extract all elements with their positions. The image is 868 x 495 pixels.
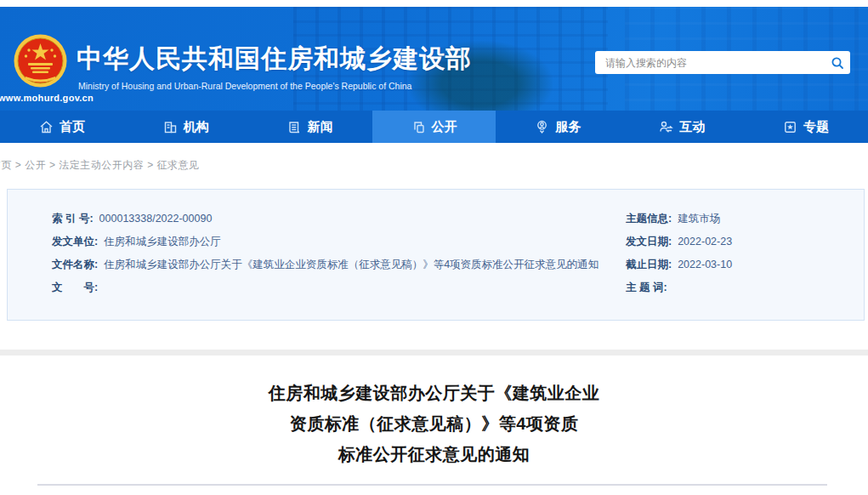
info-row-issuing-unit: 发文单位:住房和城乡建设部办公厅 bbox=[52, 230, 603, 253]
article-title-line2: 资质标准（征求意见稿）》等4项资质 bbox=[0, 408, 868, 439]
document-info-panel: 索 引 号:000013338/2022-00090 发文单位:住房和城乡建设部… bbox=[7, 189, 865, 321]
nav-item-news[interactable]: 新闻 bbox=[248, 111, 372, 143]
search-button[interactable] bbox=[825, 51, 850, 74]
article-title-divider bbox=[37, 484, 827, 486]
breadcrumb[interactable]: 首页 > 公开 > 法定主动公开内容 > 征求意见 bbox=[0, 158, 200, 173]
info-row-keywords: 主 题 词: bbox=[626, 276, 864, 299]
info-row-document-number: 文 号: bbox=[52, 276, 603, 299]
topic-icon bbox=[783, 120, 797, 134]
info-column-left: 索 引 号:000013338/2022-00090 发文单位:住房和城乡建设部… bbox=[52, 208, 603, 320]
info-label: 发文单位: bbox=[52, 236, 98, 248]
info-column-right: 主题信息:建筑市场 发文日期:2022-02-23 截止日期:2022-03-1… bbox=[603, 208, 864, 320]
nav-item-disclosure[interactable]: 公开 bbox=[372, 111, 496, 143]
service-icon bbox=[535, 120, 549, 134]
info-label: 文件名称: bbox=[52, 259, 98, 270]
info-label: 文 号: bbox=[52, 282, 98, 293]
article-title: 住房和城乡建设部办公厅关于《建筑业企业 资质标准（征求意见稿）》等4项资质 标准… bbox=[0, 378, 868, 469]
nav-label: 专题 bbox=[803, 119, 829, 135]
info-row-subject-info: 主题信息:建筑市场 bbox=[626, 208, 864, 230]
info-label: 主题信息: bbox=[626, 213, 672, 225]
info-label: 发文日期: bbox=[626, 236, 672, 248]
article-title-line3: 标准公开征求意见的通知 bbox=[0, 439, 868, 469]
search-icon bbox=[831, 56, 844, 70]
disclosure-icon bbox=[411, 120, 426, 134]
info-value: 住房和城乡建设部办公厅关于《建筑业企业资质标准（征求意见稿）》等4项资质标准公开… bbox=[104, 259, 599, 270]
info-value: 000013338/2022-00090 bbox=[99, 213, 213, 225]
info-row-issue-date: 发文日期:2022-02-23 bbox=[626, 230, 864, 253]
info-row-deadline-date: 截止日期:2022-03-10 bbox=[626, 253, 864, 276]
info-row-document-name: 文件名称:住房和城乡建设部办公厅关于《建筑业企业资质标准（征求意见稿）》等4项资… bbox=[52, 253, 603, 276]
mohurd-gov-page: www.mohurd.gov.cn 中华人民共和国住房和城乡建设部 Minist… bbox=[0, 0, 868, 495]
info-label: 截止日期: bbox=[626, 259, 672, 270]
nav-label: 公开 bbox=[432, 119, 457, 135]
nav-label: 新闻 bbox=[308, 119, 333, 135]
article-title-line1: 住房和城乡建设部办公厅关于《建筑业企业 bbox=[0, 378, 868, 408]
organization-icon bbox=[163, 120, 178, 134]
nav-label: 首页 bbox=[60, 119, 85, 135]
nav-label: 服务 bbox=[555, 119, 581, 135]
info-label: 主 题 词: bbox=[626, 282, 667, 293]
nav-item-organization[interactable]: 机构 bbox=[124, 111, 248, 143]
main-nav: 首页 机构 新闻 公开 bbox=[0, 111, 868, 143]
site-search bbox=[595, 51, 850, 74]
site-header: www.mohurd.gov.cn 中华人民共和国住房和城乡建设部 Minist… bbox=[0, 7, 868, 111]
nav-item-topics[interactable]: 专题 bbox=[744, 111, 868, 143]
news-icon bbox=[287, 120, 302, 134]
info-value: 建筑市场 bbox=[678, 213, 720, 225]
info-value: 2022-03-10 bbox=[678, 259, 732, 270]
info-row-index-number: 索 引 号:000013338/2022-00090 bbox=[52, 208, 603, 230]
nav-label: 互动 bbox=[679, 119, 705, 135]
nav-item-interaction[interactable]: 互动 bbox=[620, 111, 744, 143]
national-emblem-logo bbox=[14, 34, 67, 88]
site-title: 中华人民共和国住房和城乡建设部 bbox=[77, 42, 472, 77]
search-input[interactable] bbox=[595, 57, 825, 69]
nav-label: 机构 bbox=[184, 119, 209, 135]
interaction-icon bbox=[659, 120, 673, 134]
info-label: 索 引 号: bbox=[52, 213, 94, 225]
info-value: 2022-02-23 bbox=[678, 236, 732, 248]
nav-item-home[interactable]: 首页 bbox=[0, 111, 124, 143]
home-icon bbox=[39, 120, 54, 134]
section-divider-band bbox=[0, 350, 868, 356]
site-subtitle-english: Ministry of Housing and Urban-Rural Deve… bbox=[78, 81, 411, 91]
site-url: www.mohurd.gov.cn bbox=[0, 93, 94, 103]
nav-item-services[interactable]: 服务 bbox=[496, 111, 620, 143]
info-value: 住房和城乡建设部办公厅 bbox=[104, 236, 221, 248]
